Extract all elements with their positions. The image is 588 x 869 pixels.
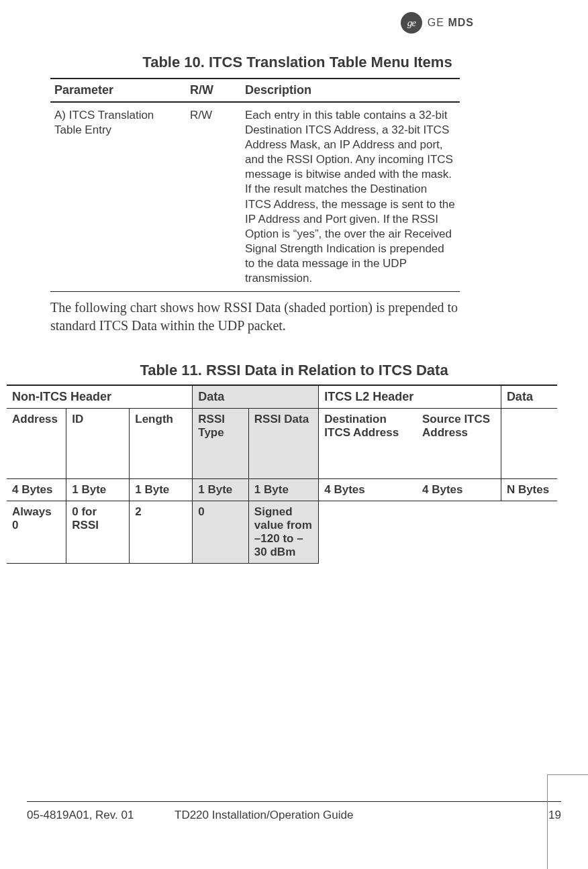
t11-b-c1: 4 Bytes: [7, 479, 66, 501]
t11-h-rssidata: RSSI Data: [248, 409, 318, 479]
t11-h-empty: [501, 409, 557, 479]
corner-mark: [547, 774, 588, 869]
t11-v-c1: Always 0: [7, 501, 66, 564]
table-10-row: A) ITCS Translation Table Entry R/W Each…: [50, 102, 460, 292]
t11-h-dest: Destination ITCS Address: [319, 409, 417, 479]
table-11-bytes-row: 4 Bytes 1 Byte 1 Byte 1 Byte 1 Byte 4 By…: [7, 479, 557, 501]
t11-h-src: Source ITCS Address: [417, 409, 501, 479]
table-11-values-row: Always 0 0 for RSSI 2 0 Signed value fro…: [7, 501, 557, 564]
table-10-header-row: Parameter R/W Description: [50, 79, 460, 102]
table-11-group-l2: ITCS L2 Header: [319, 385, 501, 409]
page: ge GE MDS Table 10. ITCS Translation Tab…: [0, 0, 588, 869]
t11-b-c5: 1 Byte: [248, 479, 318, 501]
table-11-group-data2: Data: [501, 385, 557, 409]
t11-v-c5: Signed value from –120 to –30 dBm: [248, 501, 318, 564]
t11-h-address: Address: [7, 409, 66, 479]
table-10-header-description: Description: [241, 79, 460, 102]
t11-b-c4: 1 Byte: [193, 479, 249, 501]
table-10-cell-parameter: A) ITCS Translation Table Entry: [50, 102, 186, 292]
t11-h-id: ID: [66, 409, 130, 479]
t11-h-rssitype: RSSI Type: [193, 409, 249, 479]
table-11-header-row: Address ID Length RSSI Type RSSI Data De…: [7, 409, 557, 479]
ge-logo-icon: ge: [401, 12, 422, 34]
logo-sub: MDS: [448, 17, 474, 28]
t11-v-c7: [417, 501, 501, 564]
table-11-group-nonitcs: Non-ITCS Header: [7, 385, 193, 409]
logo-text: GE MDS: [428, 17, 474, 29]
t11-b-c8: N Bytes: [501, 479, 557, 501]
header-logo: ge GE MDS: [27, 12, 561, 34]
table-10-cell-rw: R/W: [186, 102, 241, 292]
table-10: Parameter R/W Description A) ITCS Transl…: [50, 78, 460, 292]
logo-brand: GE: [428, 17, 444, 28]
ge-monogram: ge: [407, 17, 415, 29]
t11-v-c3: 2: [130, 501, 193, 564]
table-10-header-parameter: Parameter: [50, 79, 186, 102]
t11-h-length: Length: [130, 409, 193, 479]
page-footer: 05-4819A01, Rev. 01 TD220 Installation/O…: [27, 801, 561, 822]
t11-b-c6: 4 Bytes: [319, 479, 417, 501]
table-10-title: Table 10. ITCS Translation Table Menu It…: [27, 54, 561, 71]
table-10-header-rw: R/W: [186, 79, 241, 102]
footer-docnum: 05-4819A01, Rev. 01: [27, 809, 175, 822]
footer-docname: TD220 Installation/Operation Guide: [175, 809, 521, 822]
t11-v-c8: [501, 501, 557, 564]
table-11-group-data: Data: [193, 385, 319, 409]
t11-b-c7: 4 Bytes: [417, 479, 501, 501]
t11-b-c3: 1 Byte: [130, 479, 193, 501]
t11-v-c4: 0: [193, 501, 249, 564]
table-11-group-row: Non-ITCS Header Data ITCS L2 Header Data: [7, 385, 557, 409]
t11-b-c2: 1 Byte: [66, 479, 130, 501]
table-10-cell-description: Each entry in this table contains a 32-b…: [241, 102, 460, 292]
t11-v-c6: [319, 501, 417, 564]
t11-v-c2: 0 for RSSI: [66, 501, 130, 564]
body-paragraph: The following chart shows how RSSI Data …: [50, 299, 460, 335]
table-11: Non-ITCS Header Data ITCS L2 Header Data…: [7, 385, 557, 564]
table-11-title: Table 11. RSSI Data in Relation to ITCS …: [27, 362, 561, 379]
